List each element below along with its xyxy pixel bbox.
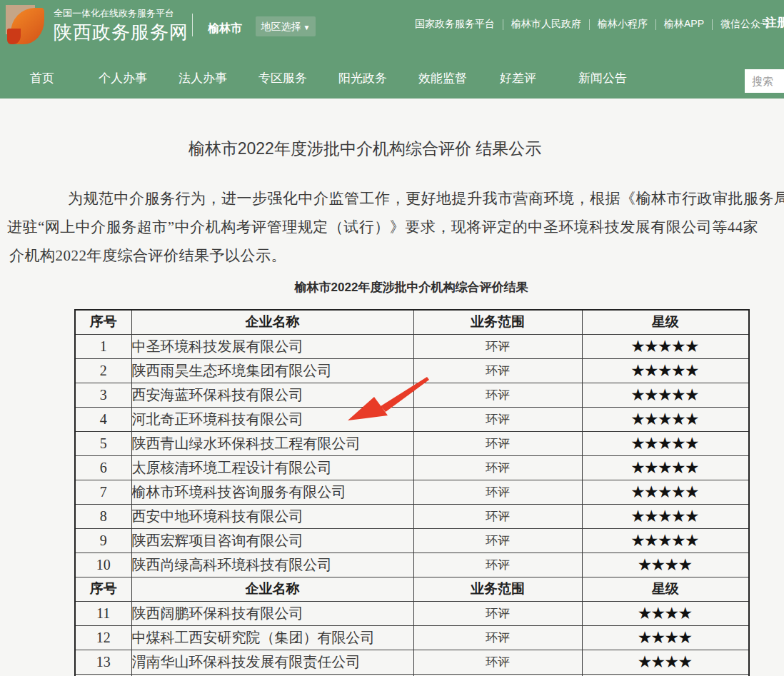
column-header: 星级 [582, 310, 749, 334]
top-link[interactable]: 榆林APP [656, 18, 712, 31]
platform-name: 全国一体化在线政务服务平台 [54, 7, 174, 20]
business-scope: 环评 [413, 455, 582, 480]
column-header: 业务范围 [413, 577, 582, 601]
column-header: 企业名称 [131, 310, 413, 334]
business-scope: 环评 [413, 528, 582, 553]
paragraph-line: 进驻“网上中介服务超市”中介机构考评管理规定（试行）》要求，现将评定的中圣环境科… [7, 217, 758, 237]
company-name: 中煤科工西安研究院（集团）有限公司 [131, 625, 413, 650]
row-number: 4 [75, 407, 131, 431]
business-scope: 环评 [413, 480, 582, 504]
star-rating: ★★★★★ [582, 431, 749, 455]
business-scope: 环评 [413, 553, 582, 577]
main-nav: 首页个人办事法人办事专区服务阳光政务效能监督好差评新闻公告 [0, 51, 784, 99]
table-row: 11陕西阔鹏环保科技有限公司环评★★★★ [75, 601, 749, 625]
row-number: 7 [75, 480, 131, 504]
row-number: 3 [75, 383, 131, 407]
nav-item-8[interactable]: 新闻公告 [578, 70, 627, 86]
company-name: 河北奇正环境科技有限公司 [131, 407, 413, 431]
business-scope: 环评 [413, 334, 582, 358]
register-link[interactable]: 注册 [765, 16, 784, 31]
paragraph-line: 介机构2022年度综合评价结果予以公示。 [9, 246, 286, 266]
top-links: 国家政务服务平台榆林市人民政府榆林小程序榆林APP微信公众号 [407, 18, 778, 31]
table-header-row: 序号企业名称业务范围星级 [75, 310, 749, 334]
site-logo [6, 5, 46, 46]
nav-item-2[interactable]: 个人办事 [99, 70, 147, 86]
business-scope: 环评 [413, 625, 582, 650]
table-row: 1中圣环境科技发展有限公司环评★★★★★ [75, 334, 749, 358]
row-number: 11 [75, 601, 131, 625]
business-scope: 环评 [413, 650, 582, 674]
company-name: 陕西阔鹏环保科技有限公司 [131, 601, 413, 625]
table-row: 7榆林市环境科技咨询服务有限公司环评★★★★★ [75, 480, 749, 504]
chevron-down-icon: ▼ [303, 24, 311, 31]
star-rating: ★★★★ [582, 625, 749, 650]
region-selector-button[interactable]: 地区选择▼ [256, 16, 316, 36]
company-name: 太原核清环境工程设计有限公司 [131, 455, 413, 480]
column-header: 企业名称 [131, 577, 413, 601]
nav-item-5[interactable]: 阳光政务 [338, 70, 387, 86]
table-caption: 榆林市2022年度涉批中介机构综合评价结果 [74, 279, 748, 296]
table-row: 12中煤科工西安研究院（集团）有限公司环评★★★★ [75, 625, 749, 650]
row-number: 5 [75, 431, 131, 455]
star-rating: ★★★★★ [582, 455, 749, 480]
company-name: 陕西青山绿水环保科技工程有限公司 [131, 431, 413, 455]
star-rating: ★★★★★ [582, 383, 749, 407]
row-number: 10 [75, 553, 131, 577]
business-scope: 环评 [413, 358, 582, 383]
site-header: 全国一体化在线政务服务平台 陕西政务服务网 榆林市 地区选择▼ 国家政务服务平台… [0, 0, 784, 99]
company-name: 榆林市环境科技咨询服务有限公司 [131, 480, 413, 504]
star-rating: ★★★★★ [582, 480, 749, 504]
table-header-row: 序号企业名称业务范围星级 [75, 577, 749, 601]
table-row: 5陕西青山绿水环保科技工程有限公司环评★★★★★ [75, 431, 749, 455]
star-rating: ★★★★ [582, 650, 749, 674]
star-rating: ★★★★★ [582, 334, 749, 358]
company-name: 陕西尚绿高科环境科技有限公司 [131, 553, 413, 577]
star-rating: ★★★★ [582, 601, 749, 625]
star-rating: ★★★★★ [582, 504, 749, 528]
region-selector-label: 地区选择 [261, 21, 301, 32]
nav-item-3[interactable]: 法人办事 [179, 70, 227, 86]
site-name: 陕西政务服务网 [54, 20, 189, 45]
table-row: 8西安中地环境科技有限公司环评★★★★★ [75, 504, 749, 528]
row-number: 2 [75, 358, 131, 383]
nav-item-4[interactable]: 专区服务 [258, 70, 307, 86]
table-row: 10陕西尚绿高科环境科技有限公司环评★★★★ [75, 553, 749, 577]
star-rating: ★★★★★ [582, 358, 749, 383]
business-scope: 环评 [413, 383, 582, 407]
divider [192, 14, 193, 36]
star-rating: ★★★★★ [582, 407, 749, 431]
table-row: 4河北奇正环境科技有限公司环评★★★★★ [75, 407, 749, 431]
top-link[interactable]: 榆林小程序 [590, 18, 655, 31]
company-name: 西安中地环境科技有限公司 [131, 504, 413, 528]
column-header: 序号 [75, 310, 131, 334]
company-name: 西安海蓝环保科技有限公司 [131, 383, 413, 407]
row-number: 8 [75, 504, 131, 528]
table-row: 6太原核清环境工程设计有限公司环评★★★★★ [75, 455, 749, 480]
page-title: 榆林市2022年度涉批中介机构综合评价 结果公示 [0, 138, 730, 160]
column-header: 业务范围 [413, 310, 582, 334]
row-number: 6 [75, 455, 131, 480]
row-number: 9 [75, 528, 131, 553]
nav-item-1[interactable]: 首页 [30, 70, 54, 86]
top-link[interactable]: 榆林市人民政府 [503, 18, 589, 31]
business-scope: 环评 [413, 601, 582, 625]
table-row: 2陕西雨昊生态环境集团有限公司环评★★★★★ [75, 358, 749, 383]
paragraph-line: 为规范中介服务行为，进一步强化中介监管工作，更好地提升我市营商环境，根据《榆林市… [68, 188, 784, 208]
row-number: 1 [75, 334, 131, 358]
column-header: 序号 [75, 577, 131, 601]
top-link[interactable]: 国家政务服务平台 [407, 18, 503, 31]
nav-item-7[interactable]: 好差评 [500, 70, 536, 86]
row-number: 13 [75, 650, 131, 674]
column-header: 星级 [582, 577, 749, 601]
current-city: 榆林市 [208, 21, 242, 36]
company-name: 中圣环境科技发展有限公司 [131, 334, 413, 358]
star-rating: ★★★★ [582, 553, 749, 577]
company-name: 陕西雨昊生态环境集团有限公司 [131, 358, 413, 383]
business-scope: 环评 [413, 407, 582, 431]
business-scope: 环评 [413, 431, 582, 455]
nav-item-6[interactable]: 效能监督 [418, 70, 467, 86]
business-scope: 环评 [413, 504, 582, 528]
search-input[interactable] [745, 69, 784, 93]
star-rating: ★★★★★ [582, 528, 749, 553]
evaluation-table: 序号企业名称业务范围星级1中圣环境科技发展有限公司环评★★★★★2陕西雨昊生态环… [74, 309, 750, 676]
